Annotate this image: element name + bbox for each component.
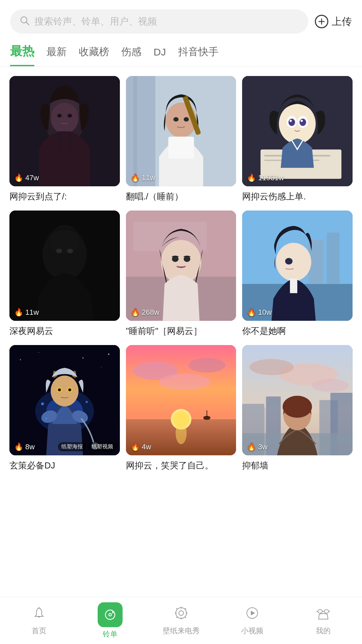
card-6-count: 🔥 10w [247, 308, 271, 317]
card-5-title: "睡前听"［网易云］ [126, 325, 236, 337]
tabs-bar: 最热 最新 收藏榜 伤感 DJ 抖音快手 [0, 39, 362, 67]
svg-point-68 [86, 401, 88, 403]
svg-point-25 [279, 104, 316, 144]
svg-point-56 [108, 353, 109, 355]
nav-ringtone[interactable]: 铃单 [83, 602, 137, 639]
svg-point-61 [51, 376, 78, 407]
flame-icon-2: 🔥 [131, 174, 140, 182]
card-5[interactable]: 🔥 268w "睡前听"［网易云］ [126, 211, 236, 337]
svg-rect-50 [290, 278, 297, 293]
svg-point-55 [101, 367, 102, 368]
nav-wallpaper[interactable]: 壁纸来电秀 [154, 606, 208, 636]
bell-icon [32, 606, 46, 624]
svg-line-1 [26, 22, 29, 25]
card-7[interactable]: 🔥 8w 纸塑海报 纸塑视频 玄策必备DJ [9, 345, 120, 471]
svg-point-31 [301, 120, 303, 122]
tab-favorites[interactable]: 收藏榜 [79, 45, 109, 64]
svg-rect-14 [126, 76, 155, 186]
card-2-thumb: 🔥 11w [126, 76, 236, 186]
nav-home[interactable]: 首页 [12, 606, 66, 636]
card-9[interactable]: 🔥 3w 抑郁墙 [242, 345, 353, 471]
flame-icon-6: 🔥 [247, 308, 256, 317]
svg-point-52 [20, 359, 21, 360]
svg-point-85 [312, 379, 349, 392]
card-7-thumb: 🔥 8w 纸塑海报 纸塑视频 [9, 345, 120, 455]
svg-point-42 [184, 256, 190, 262]
svg-point-94 [38, 607, 40, 609]
svg-point-30 [290, 120, 292, 122]
tab-dj[interactable]: DJ [154, 46, 166, 63]
svg-rect-10 [57, 131, 62, 150]
bottom-nav: 首页 铃单 [0, 597, 362, 644]
card-4-count: 🔥 11w [14, 308, 39, 317]
flame-icon-5: 🔥 [131, 308, 140, 317]
search-placeholder: 搜索铃声、铃单、用户、视频 [34, 15, 157, 28]
card-3[interactable]: 🔥 11931w 网抑云伤感上单. [242, 76, 353, 202]
svg-point-7 [51, 103, 78, 134]
card-9-title: 抑郁墙 [242, 459, 353, 471]
search-icon [20, 15, 30, 28]
svg-point-64 [58, 388, 61, 391]
main-content: 搜索铃声、铃单、用户、视频 上传 最热 最新 收藏榜 伤感 DJ 抖音快手 [0, 0, 362, 525]
svg-rect-111 [318, 610, 322, 613]
svg-line-107 [185, 608, 186, 609]
upload-icon [315, 15, 328, 28]
svg-point-35 [56, 249, 62, 253]
svg-point-98 [109, 614, 111, 615]
svg-rect-20 [168, 137, 194, 159]
card-6[interactable]: 🔥 10w 你不是她啊 [242, 211, 353, 337]
svg-point-74 [159, 374, 210, 390]
nav-mine[interactable]: 我的 [296, 606, 350, 636]
tab-new[interactable]: 最新 [46, 45, 67, 64]
card-4-title: 深夜网易云 [9, 325, 120, 337]
svg-point-53 [38, 352, 39, 353]
card-8[interactable]: 🔥 4w 网抑云，笑哭了自己。 [126, 345, 236, 471]
search-bar[interactable]: 搜索铃声、铃单、用户、视频 [10, 9, 308, 34]
upload-label: 上传 [332, 15, 352, 29]
nav-video[interactable]: 小视频 [225, 606, 279, 636]
person-icon [316, 606, 331, 624]
tab-douyin[interactable]: 抖音快手 [178, 45, 219, 64]
card-1-thumb: 🔥 47w [9, 76, 120, 186]
upload-button[interactable]: 上传 [315, 15, 352, 29]
card-2[interactable]: 🔥 11w 翻唱./（睡前） [126, 76, 236, 202]
nav-mine-label: 我的 [316, 626, 331, 636]
svg-point-28 [289, 119, 295, 126]
card-8-title: 网抑云，笑哭了自己。 [126, 459, 236, 471]
card-7-count: 🔥 8w [14, 443, 35, 451]
tab-sad[interactable]: 伤感 [121, 45, 141, 64]
nav-ringtone-label: 铃单 [103, 629, 118, 639]
card-5-thumb: 🔥 268w [126, 211, 236, 321]
card-9-thumb: 🔥 3w [242, 345, 353, 455]
card-4-thumb: 🔥 11w [9, 211, 120, 321]
card-1-count: 🔥 47w [14, 174, 39, 182]
card-1[interactable]: 🔥 47w 网抑云到点了/: [9, 76, 120, 202]
svg-point-29 [300, 119, 306, 126]
svg-point-73 [188, 358, 225, 373]
svg-point-9 [68, 114, 72, 117]
svg-point-49 [285, 258, 293, 265]
svg-point-79 [175, 422, 187, 444]
tab-hot[interactable]: 最热 [10, 43, 34, 66]
svg-point-41 [172, 256, 178, 262]
svg-point-69 [45, 418, 47, 419]
flame-icon-9: 🔥 [247, 443, 256, 451]
svg-point-67 [41, 403, 44, 406]
card-1-title: 网抑云到点了/: [9, 190, 120, 202]
ringtone-icon [98, 602, 123, 627]
card-2-count: 🔥 11w [131, 174, 155, 182]
card-3-count: 🔥 11931w [247, 174, 284, 182]
card-4[interactable]: 🔥 11w 深夜网易云 [9, 211, 120, 337]
flame-icon-7: 🔥 [14, 443, 23, 451]
video-icon [245, 606, 260, 624]
tag-2: 纸塑视频 [88, 442, 117, 451]
svg-rect-15 [133, 76, 137, 186]
nav-wallpaper-label: 壁纸来电秀 [163, 626, 200, 636]
svg-point-48 [276, 243, 311, 281]
tag-1: 纸塑海报 [58, 442, 86, 451]
header: 搜索铃声、铃单、用户、视频 上传 [0, 0, 362, 39]
card-6-title: 你不是她啊 [242, 325, 353, 337]
svg-point-19 [184, 117, 189, 121]
svg-point-84 [250, 359, 294, 375]
svg-point-18 [173, 117, 178, 121]
